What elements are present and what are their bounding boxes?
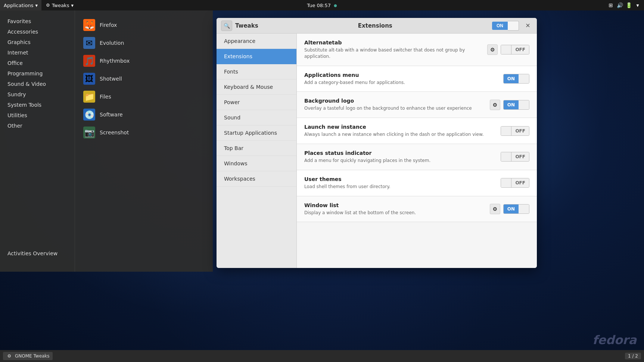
page-indicator: 1 / 2 — [625, 353, 641, 359]
files-icon: 📁 — [83, 91, 95, 103]
tweaks-content-section-title: Extensions — [261, 22, 489, 29]
screenshot-label: Screenshot — [100, 129, 129, 135]
app-evolution[interactable]: ✉ Evolution — [79, 34, 209, 52]
taskbar-gnome-tweaks[interactable]: ⚙ GNOME Tweaks — [3, 352, 53, 360]
applications-menu-toggle[interactable]: ON — [503, 74, 529, 84]
applications-menu-desc: Add a category-based menu for applicatio… — [304, 79, 503, 86]
places-status-info: Places status indicator Add a menu for q… — [304, 150, 501, 164]
app-software[interactable]: 💿 Software — [79, 106, 209, 124]
datetime-label: Tue 08:57 — [307, 3, 331, 8]
window-list-toggle-track — [519, 204, 529, 214]
cat-other[interactable]: Other — [0, 121, 75, 131]
background-logo-toggle-track — [519, 100, 529, 110]
cat-sundry[interactable]: Sundry — [0, 89, 75, 100]
applications-menu-info: Applications menu Add a category-based m… — [304, 72, 503, 86]
launch-new-instance-info: Launch new instance Always launch a new … — [304, 124, 501, 138]
cat-office[interactable]: Office — [0, 58, 75, 68]
extension-launch-new-instance: Launch new instance Always launch a new … — [297, 118, 537, 144]
shotwell-label: Shotwell — [100, 76, 122, 82]
nav-power[interactable]: Power — [217, 95, 296, 110]
files-label: Files — [100, 94, 111, 100]
gear-icon-2: ⚙ — [492, 102, 497, 108]
applications-menu-controls: ON — [503, 74, 529, 84]
window-list-toggle-on: ON — [504, 204, 519, 214]
cat-internet[interactable]: Internet — [0, 47, 75, 58]
user-themes-toggle[interactable]: OFF — [501, 178, 529, 188]
software-label: Software — [100, 112, 123, 118]
places-status-toggle[interactable]: OFF — [501, 152, 529, 162]
launch-new-instance-toggle[interactable]: OFF — [501, 126, 529, 136]
evolution-label: Evolution — [100, 40, 124, 46]
activities-overview-label: Activities Overview — [7, 250, 57, 256]
gear-icon-3: ⚙ — [492, 206, 497, 212]
tweaks-titlebar: 🔍 Tweaks Extensions ON ✕ — [217, 18, 537, 34]
app-menu-categories: Favorites Accessories Graphics Internet … — [0, 10, 75, 272]
nav-fonts[interactable]: Fonts — [217, 64, 296, 79]
activities-overview-btn[interactable]: Activities Overview — [7, 250, 57, 257]
cat-programming[interactable]: Programming — [0, 68, 75, 79]
software-icon: 💿 — [83, 109, 95, 121]
places-status-desc: Add a menu for quickly navigating places… — [304, 157, 501, 164]
nav-startup-applications[interactable]: Startup Applications — [217, 125, 296, 141]
app-menu-apps: 🦊 Firefox ✉ Evolution 🎵 Rhythmbox 🖼 Shot… — [75, 10, 213, 272]
system-menu-icon[interactable]: ▾ — [634, 2, 641, 9]
topbar-left: Applications ▾ ⚙ Tweaks ▾ — [0, 0, 77, 10]
user-themes-toggle-label: OFF — [511, 178, 529, 188]
alternatetab-toggle[interactable]: OFF — [501, 45, 529, 54]
background-logo-toggle-on: ON — [504, 100, 519, 110]
launch-new-instance-toggle-track — [501, 126, 511, 136]
alternatetab-gear-btn[interactable]: ⚙ — [487, 44, 498, 55]
global-toggle-track — [508, 21, 519, 31]
extension-alternatetab: Alternatetab Substitute alt-tab with a w… — [297, 34, 537, 66]
app-firefox[interactable]: 🦊 Firefox — [79, 16, 209, 34]
nav-top-bar[interactable]: Top Bar — [217, 141, 296, 156]
extension-window-list: Window list Display a window list at the… — [297, 196, 537, 222]
alternatetab-info: Alternatetab Substitute alt-tab with a w… — [304, 40, 487, 60]
app-files[interactable]: 📁 Files — [79, 88, 209, 106]
tweaks-main-content: Alternatetab Substitute alt-tab with a w… — [297, 34, 537, 268]
global-toggle-on[interactable]: ON — [492, 22, 508, 30]
rhythmbox-label: Rhythmbox — [100, 58, 130, 64]
background-logo-toggle[interactable]: ON — [503, 100, 529, 110]
tweaks-window: 🔍 Tweaks Extensions ON ✕ Appearance Exte… — [217, 18, 537, 268]
window-list-gear-btn[interactable]: ⚙ — [490, 204, 500, 214]
taskbar: ⚙ GNOME Tweaks 1 / 2 — [0, 350, 644, 362]
window-list-desc: Display a window list at the bottom of t… — [304, 210, 490, 216]
user-themes-controls: OFF — [501, 178, 529, 188]
nav-windows[interactable]: Windows — [217, 156, 296, 171]
applications-label: Applications — [4, 3, 33, 8]
cat-utilities[interactable]: Utilities — [0, 110, 75, 121]
search-button[interactable]: 🔍 — [221, 21, 232, 31]
tweaks-icon-small: ⚙ — [46, 3, 50, 8]
alternatetab-desc: Substitute alt-tab with a window based s… — [304, 47, 487, 60]
battery-icon[interactable]: 🔋 — [625, 2, 632, 9]
app-shotwell[interactable]: 🖼 Shotwell — [79, 70, 209, 88]
cat-graphics[interactable]: Graphics — [0, 37, 75, 47]
cat-accessories[interactable]: Accessories — [0, 26, 75, 37]
alternatetab-toggle-label: OFF — [511, 45, 529, 54]
cat-system-tools[interactable]: System Tools — [0, 100, 75, 110]
search-icon: 🔍 — [224, 23, 230, 29]
network-icon[interactable]: ⊞ — [607, 2, 614, 9]
close-button[interactable]: ✕ — [523, 21, 532, 30]
tweaks-menu-btn[interactable]: ⚙ Tweaks ▾ — [42, 0, 77, 10]
global-toggle[interactable]: ON — [492, 21, 519, 31]
nav-appearance[interactable]: Appearance — [217, 34, 296, 49]
volume-icon[interactable]: 🔊 — [616, 2, 623, 9]
app-screenshot[interactable]: 📷 Screenshot — [79, 124, 209, 141]
app-rhythmbox[interactable]: 🎵 Rhythmbox — [79, 52, 209, 70]
nav-workspaces[interactable]: Workspaces — [217, 171, 296, 187]
background-logo-gear-btn[interactable]: ⚙ — [490, 100, 500, 110]
places-status-toggle-track — [501, 152, 511, 162]
extension-user-themes: User themes Load shell themes from user … — [297, 170, 537, 196]
nav-sound[interactable]: Sound — [217, 110, 296, 125]
tweaks-arrow: ▾ — [71, 3, 74, 8]
window-list-toggle[interactable]: ON — [503, 204, 529, 214]
nav-extensions[interactable]: Extensions — [217, 49, 296, 64]
cat-sound-video[interactable]: Sound & Video — [0, 79, 75, 89]
topbar: Applications ▾ ⚙ Tweaks ▾ Tue 08:57 ● ⊞ … — [0, 0, 644, 10]
cat-favorites[interactable]: Favorites — [0, 16, 75, 26]
nav-keyboard-mouse[interactable]: Keyboard & Mouse — [217, 79, 296, 95]
datetime-dot: ● — [334, 3, 337, 7]
applications-menu-btn[interactable]: Applications ▾ — [0, 0, 41, 10]
